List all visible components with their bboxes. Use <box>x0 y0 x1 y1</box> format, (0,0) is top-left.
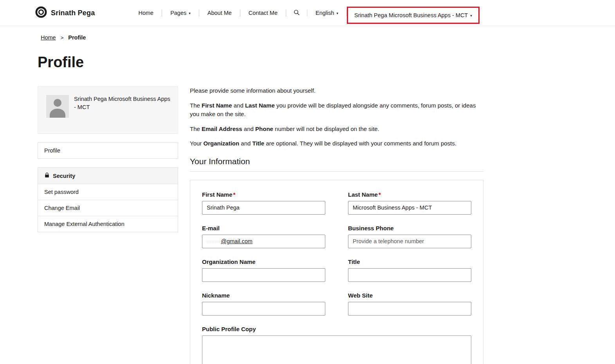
sidebar-item-change-email[interactable]: Change Email <box>38 200 178 216</box>
brand[interactable]: Srinath Pega <box>35 6 95 20</box>
public-profile-field: Public Profile Copy <box>202 326 471 364</box>
nickname-label: Nickname <box>202 292 325 299</box>
sidebar-item-profile[interactable]: Profile <box>38 143 178 158</box>
sidebar: Srinath Pega Microsoft Business Apps - M… <box>38 86 178 232</box>
security-nav-box: Security Set password Change Email Manag… <box>38 167 178 232</box>
public-profile-label: Public Profile Copy <box>202 326 471 332</box>
organization-label: Organization Name <box>202 258 325 265</box>
nav-about-me[interactable]: About Me <box>199 10 240 16</box>
content: Srinath Pega Microsoft Business Apps - M… <box>0 86 615 364</box>
avatar <box>46 95 69 118</box>
main-nav: Home Pages ▾ About Me Contact Me English… <box>130 4 479 22</box>
breadcrumb-home-link[interactable]: Home <box>41 34 56 41</box>
email-value: @gmail.com <box>221 238 252 244</box>
account-menu[interactable]: Srinath Pega Microsoft Business Apps - M… <box>350 12 476 18</box>
profile-card-name: Srinath Pega Microsoft Business Apps - M… <box>74 96 170 110</box>
section-title: Your Information <box>190 157 483 172</box>
nav-pages[interactable]: Pages ▾ <box>162 10 199 16</box>
business-phone-label: Business Phone <box>348 225 471 231</box>
intro-text: Please provide some information about yo… <box>190 86 483 95</box>
first-name-input[interactable] <box>202 201 325 215</box>
breadcrumb: Home > Profile <box>41 34 615 41</box>
brand-name: Srinath Pega <box>51 9 95 17</box>
title-input[interactable] <box>348 268 471 282</box>
profile-card: Srinath Pega Microsoft Business Apps - M… <box>38 86 178 134</box>
language-menu-label: English <box>316 10 334 16</box>
required-asterisk: * <box>379 191 381 198</box>
nickname-input[interactable] <box>202 302 325 316</box>
email-phone-info-text: The Email Address and Phone number will … <box>190 125 483 134</box>
first-name-field: First Name* <box>202 191 325 215</box>
business-phone-input[interactable] <box>348 235 471 248</box>
last-name-field: Last Name* <box>348 191 471 215</box>
first-name-label: First Name* <box>202 191 325 198</box>
last-name-label: Last Name* <box>348 191 471 198</box>
nav-home[interactable]: Home <box>130 10 162 16</box>
organization-field: Organization Name <box>202 258 325 282</box>
email-field: E-mail ····· @gmail.com <box>202 225 325 248</box>
website-field: Web Site <box>348 292 471 316</box>
business-phone-field: Business Phone <box>348 225 471 248</box>
form-grid: First Name* Last Name* E-mail ····· @gma… <box>202 191 471 326</box>
sidebar-security-label: Security <box>53 173 75 179</box>
search-button[interactable] <box>286 9 307 17</box>
profile-form-panel: First Name* Last Name* E-mail ····· @gma… <box>190 180 483 364</box>
chevron-down-icon: ▾ <box>189 11 191 15</box>
account-highlight-box: Srinath Pega Microsoft Business Apps - M… <box>347 7 480 24</box>
email-label: E-mail <box>202 225 325 231</box>
main-content: Please provide some information about yo… <box>190 86 483 364</box>
nav-pages-label: Pages <box>170 10 186 16</box>
chevron-down-icon: ▾ <box>470 14 472 18</box>
public-profile-textarea[interactable] <box>202 335 471 364</box>
sidebar-item-set-password[interactable]: Set password <box>38 184 178 200</box>
website-input[interactable] <box>348 302 471 316</box>
breadcrumb-separator: > <box>61 35 64 41</box>
organization-input[interactable] <box>202 268 325 282</box>
profile-nav-box: Profile <box>38 142 178 159</box>
title-label: Title <box>348 258 471 265</box>
title-field: Title <box>348 258 471 282</box>
language-menu[interactable]: English ▾ <box>307 10 346 16</box>
lock-icon <box>44 172 50 179</box>
account-menu-label: Srinath Pega Microsoft Business Apps - M… <box>354 12 468 18</box>
email-input[interactable]: ····· @gmail.com <box>202 235 325 248</box>
header: Srinath Pega Home Pages ▾ About Me Conta… <box>0 0 615 26</box>
breadcrumb-current: Profile <box>68 34 86 41</box>
website-label: Web Site <box>348 292 471 299</box>
org-title-info-text: Your Organization and Title are optional… <box>190 139 483 148</box>
brand-logo-icon <box>35 6 47 20</box>
page-title: Profile <box>38 54 615 71</box>
nav-contact-me[interactable]: Contact Me <box>240 10 286 16</box>
sidebar-item-manage-external-authentication[interactable]: Manage External Authentication <box>38 216 178 232</box>
nickname-field: Nickname <box>202 292 325 316</box>
last-name-input[interactable] <box>348 201 471 215</box>
search-icon <box>293 9 300 17</box>
chevron-down-icon: ▾ <box>337 11 339 15</box>
sidebar-security-header: Security <box>38 168 178 184</box>
names-info-text: The First Name and Last Name you provide… <box>190 101 483 119</box>
required-asterisk: * <box>233 191 236 198</box>
redacted-email-prefix: ····· <box>207 238 220 244</box>
